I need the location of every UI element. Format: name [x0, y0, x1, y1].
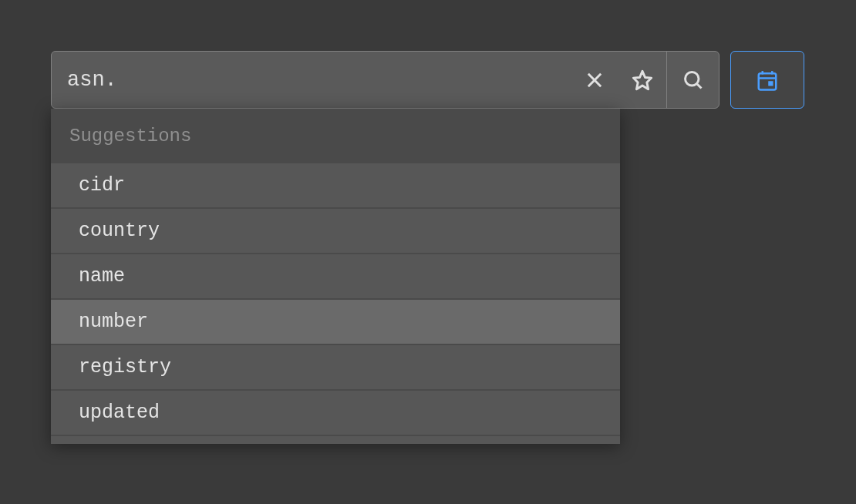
close-icon	[584, 69, 605, 91]
calendar-icon	[756, 69, 779, 92]
suggestion-item[interactable]: name	[51, 254, 620, 298]
clear-button[interactable]	[571, 52, 618, 108]
suggestion-item[interactable]: cidr	[51, 163, 620, 207]
svg-marker-2	[633, 71, 651, 89]
search-actions	[571, 52, 719, 108]
search-button[interactable]	[666, 52, 719, 108]
suggestions-dropdown: Suggestions cidr country name number reg…	[51, 109, 620, 444]
suggestions-scroll[interactable]: Suggestions cidr country name number reg…	[51, 109, 620, 444]
suggestions-header: Suggestions	[51, 109, 620, 162]
suggestion-item[interactable]: number	[51, 300, 620, 344]
search-icon	[682, 69, 704, 91]
suggestion-item-extra[interactable]	[51, 436, 620, 444]
suggestion-item[interactable]: updated	[51, 391, 620, 435]
calendar-button[interactable]	[730, 51, 804, 109]
svg-rect-9	[768, 81, 773, 86]
search-input[interactable]	[52, 52, 571, 108]
suggestion-item[interactable]: registry	[51, 345, 620, 389]
search-bar	[51, 51, 720, 109]
suggestion-item[interactable]: country	[51, 209, 620, 253]
svg-line-4	[696, 83, 701, 88]
favorite-button[interactable]	[618, 52, 666, 108]
svg-rect-5	[759, 73, 777, 89]
svg-point-3	[685, 72, 699, 86]
star-icon	[632, 69, 653, 91]
